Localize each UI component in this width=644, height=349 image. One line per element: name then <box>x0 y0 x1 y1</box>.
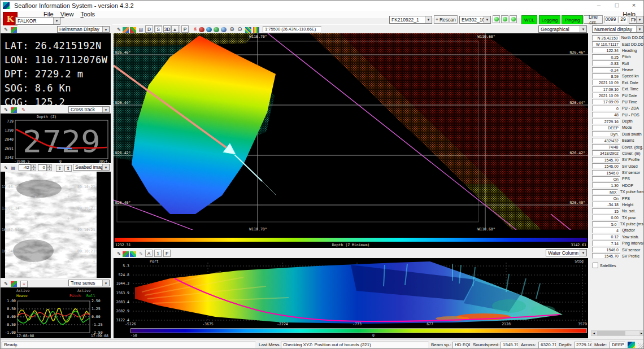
edit-icon[interactable]: ✎ <box>115 251 123 258</box>
minimize-button[interactable]: – <box>590 1 607 11</box>
annotate-icon[interactable]: ▲ <box>171 25 179 33</box>
map-lat-label-left: N26.40° <box>115 200 130 205</box>
seabed-fix-mark: + <box>34 259 37 264</box>
status-led-button-2[interactable] <box>501 15 508 23</box>
numerical-row: 1.30HDOP <box>592 182 644 189</box>
numerical-view-select[interactable]: Numerical display ▼ <box>592 25 643 33</box>
edit-icon[interactable]: ✎ <box>115 27 123 33</box>
numerical-label: Pitch <box>620 55 631 59</box>
palette-icon[interactable] <box>11 27 17 33</box>
terrain-tiles-icon[interactable] <box>245 27 251 33</box>
scrollbar-thumb[interactable] <box>597 331 625 335</box>
numerical-row: -34.18Height <box>592 202 644 208</box>
rescan-label: Rescan <box>440 17 456 23</box>
numerical-row: -0.24Heave <box>592 67 644 73</box>
palette-icon[interactable] <box>11 281 17 287</box>
offset-spinner[interactable]: 0 ▲▼ <box>38 164 52 171</box>
spinner-arrows-icon[interactable]: ▲▼ <box>47 164 52 171</box>
edit-icon[interactable]: ✎ <box>2 107 10 114</box>
sun-illumination-icon[interactable]: ※ <box>192 27 199 33</box>
wc-button-f[interactable]: F <box>163 250 171 257</box>
watercolumn-toolbar: ✎ ✎ A1F <box>112 248 588 259</box>
geographic-map[interactable]: N26.46°N26.46°N26.44°N26.44°N26.42°N26.4… <box>114 33 588 248</box>
map-mode-button-d[interactable]: D <box>145 25 153 33</box>
edit-icon[interactable]: ✎ <box>2 165 10 172</box>
map-mode-button-3d[interactable]: 3D <box>163 25 171 33</box>
zoom-in-icon[interactable]: ⊕ <box>228 26 236 33</box>
helmsman-view-select[interactable]: Helmsman Display ▼ <box>57 26 110 33</box>
printer-icon[interactable]: ▤ <box>10 165 17 172</box>
pinging-toggle[interactable]: Pinging <box>562 15 583 25</box>
printer-icon[interactable]: ▤ <box>137 27 145 33</box>
line-file-select[interactable]: FK210922_1 ▼ <box>629 16 643 24</box>
roll-curve <box>18 311 90 325</box>
resize-grip[interactable] <box>638 343 644 349</box>
palette-icon[interactable] <box>123 251 129 257</box>
edit-icon[interactable]: ✎ <box>2 27 10 33</box>
watercolumn-view-select[interactable]: Water Column ▼ <box>546 249 587 256</box>
globe-icon[interactable] <box>206 27 212 32</box>
map-lat-label-left: N26.44° <box>115 101 130 105</box>
numerical-row: 8.59Speed kn <box>592 73 644 79</box>
clear-curves-icon[interactable]: × <box>20 281 28 287</box>
gain-spinner[interactable]: -42 ▲▼ <box>19 164 36 171</box>
map-lat-label-left: N26.46° <box>115 50 130 55</box>
status-led-button-3[interactable] <box>510 15 517 23</box>
projection-select[interactable]: Geographical ▼ <box>538 25 587 33</box>
map-lat-label-right: N26.46° <box>570 50 585 55</box>
green-led-icon <box>511 17 516 21</box>
wcl-toggle[interactable]: WCL <box>521 15 537 25</box>
spinner-arrows-icon[interactable]: ▲▼ <box>31 164 36 171</box>
crosstrack-plot: Depth (Z) 2729 7391390204026913342-3590.… <box>1 114 111 163</box>
colorscale-icon[interactable] <box>253 27 259 33</box>
globe-help-icon[interactable] <box>221 27 227 32</box>
map-mode-button-s[interactable]: S <box>154 25 162 33</box>
rescan-button[interactable]: ⌖ Rescan <box>434 15 458 24</box>
map-scale-field[interactable]: 1:75500 (26.43N,-110.66E) <box>263 26 321 33</box>
close-button[interactable]: × <box>625 1 642 11</box>
colors-icon[interactable] <box>130 251 136 257</box>
fit-vertical-icon[interactable]: ⇕ <box>64 165 72 172</box>
scroll-left-icon[interactable]: ◂ <box>591 331 597 335</box>
edit-icon[interactable]: ✎ <box>2 281 10 287</box>
scroll-right-icon[interactable]: ▸ <box>639 331 644 335</box>
crosstrack-view-select[interactable]: Cross track ▼ <box>68 106 110 113</box>
globe2-icon[interactable] <box>214 27 219 32</box>
zoom-out-icon[interactable]: ⊖ <box>236 26 243 33</box>
logging-toggle[interactable]: Logging <box>539 15 560 25</box>
timeseries-view-select[interactable]: Time series ▼ <box>68 280 110 286</box>
numerical-label: Depth <box>620 119 633 123</box>
numerical-value: 7.14 <box>592 241 620 246</box>
maximize-button[interactable]: □ <box>608 1 625 11</box>
status-led-button-1[interactable] <box>493 15 500 23</box>
p-button[interactable]: P <box>181 25 189 33</box>
chevron-down-icon: ▼ <box>102 280 109 286</box>
seabed-fix-mark: + <box>93 237 95 242</box>
ownship-icon[interactable] <box>199 27 204 32</box>
numerical-value: 5.0 <box>592 221 618 227</box>
expand-vertical-icon[interactable]: ⇕ <box>56 165 63 172</box>
wc-button-1[interactable]: 1 <box>154 250 162 257</box>
wc-ytick: 1563.9 <box>114 291 129 295</box>
vessel-select[interactable]: FALKOR ▼ <box>15 17 60 25</box>
seabed-view-select[interactable]: Seabed image ▼ <box>73 164 110 171</box>
numerical-label: No. sat. <box>620 209 636 213</box>
timeseries-ytick-right: 1.25 <box>92 307 101 311</box>
wc-button-a[interactable]: A <box>145 250 153 257</box>
menu-item-tools[interactable]: Tools <box>77 11 98 18</box>
satellites-checkbox[interactable]: Satellites <box>593 263 616 268</box>
map-layers-icon[interactable] <box>123 27 129 33</box>
wc-ytick: 1044.3 <box>114 281 129 286</box>
map-colors-icon[interactable] <box>130 27 136 33</box>
line-file-value: FK210922_1 <box>629 17 636 23</box>
clear-icon[interactable]: ✎ <box>137 251 145 258</box>
numerical-value: On <box>592 176 620 182</box>
palette-icon[interactable] <box>11 107 17 113</box>
sounder-select[interactable]: EM302_105 ▼ <box>459 16 491 24</box>
line-count-button[interactable]: Line cnt. <box>584 15 603 24</box>
horizontal-scrollbar[interactable]: ◂ ▸ <box>591 330 644 336</box>
wc-ytick: 5.3 <box>114 264 129 268</box>
checkbox-icon[interactable] <box>593 263 598 268</box>
clear-icon[interactable]: ✎ <box>20 107 27 114</box>
survey-select[interactable]: FK210922_1 ▼ <box>389 16 432 24</box>
